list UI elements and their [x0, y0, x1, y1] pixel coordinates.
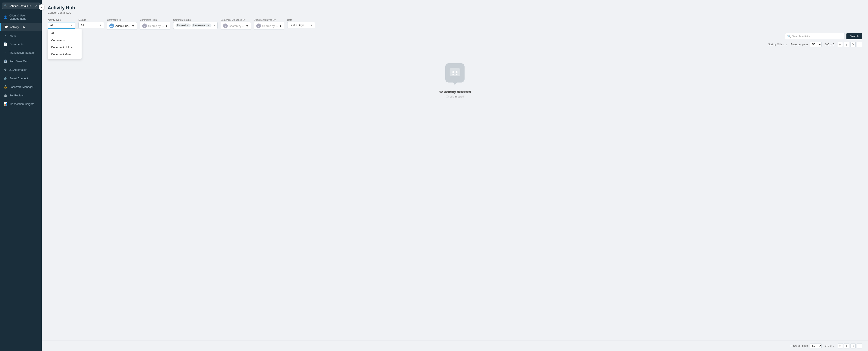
svg-point-2 [456, 71, 458, 73]
nav-icon: 📊 [3, 102, 7, 106]
sidebar-search[interactable]: 🔍 ✕ [2, 3, 39, 9]
activity-type-value: All [50, 24, 53, 27]
comments-from-placeholder: Search by ... [148, 24, 164, 28]
avatar: U [256, 24, 261, 28]
last-page-button[interactable]: ⟩⟩ [857, 42, 862, 47]
nav-icon: 📄 [3, 42, 7, 46]
comments-from-label: Comments From [140, 19, 170, 21]
sidebar-item-label: Password Manager [9, 85, 33, 88]
first-page-button[interactable]: ⟨⟨ [838, 42, 843, 47]
comment-status-label: Comment Status [173, 19, 218, 21]
empty-state-icon [445, 63, 465, 83]
sidebar-item-client-user-management[interactable]: 👤 Client & User Management [0, 11, 42, 23]
bottom-prev-page-button[interactable]: ❮ [844, 343, 849, 348]
table-controls: Sort by Oldest ⇅ Rows per page: 50 100 2… [48, 42, 862, 47]
bottom-pagination-controls: ⟨⟨ ❮ ❯ ⟩⟩ [838, 343, 862, 348]
search-row: 🔍 Search [48, 33, 862, 39]
sidebar-item-transaction-insights[interactable]: 📊 Transaction Insights [0, 99, 42, 108]
sidebar-item-auto-bank-rec[interactable]: 🏦 Auto Bank Rec [0, 57, 42, 65]
bottom-next-page-button[interactable]: ❯ [850, 343, 856, 348]
sidebar-item-bot-review[interactable]: 🤖 Bot Review [0, 91, 42, 99]
sidebar-item-password-manager[interactable]: 🔒 Password Manager [0, 83, 42, 91]
bottom-controls: Rows per page: 50 100 250 0–0 of 0 ⟨⟨ ❮ … [42, 341, 868, 351]
search-input[interactable] [792, 35, 842, 38]
sidebar-item-label: Documents [9, 42, 24, 46]
sidebar-item-label: Transaction Manager [9, 51, 35, 54]
date-select[interactable]: Last 7 Days ▼ [287, 22, 315, 28]
sidebar-search-input[interactable] [8, 4, 34, 7]
sort-icon: ⇅ [785, 43, 787, 46]
dropdown-item[interactable]: Comments [48, 37, 82, 44]
sidebar-item-work[interactable]: ≡ Work [0, 31, 42, 40]
dropdown-item[interactable]: Document Move [48, 51, 82, 58]
main-panel: Activity Hub Gentler Dental LLC Activity… [42, 0, 868, 351]
nav-icon: ⚙ [3, 68, 7, 71]
doc-uploaded-by-filter: Document Uploaded By U Search by ... ▼ [221, 19, 251, 30]
rows-per-page-select[interactable]: 50 100 250 [810, 42, 822, 47]
search-icon: 🔍 [787, 35, 791, 38]
nav-icon: 💬 [4, 25, 8, 29]
sidebar-item-label: JE Automation [9, 68, 27, 71]
chevron-down-icon: ▲ [71, 24, 73, 27]
empty-state-title: No activity detected [439, 90, 471, 94]
dropdown-item[interactable]: All [48, 30, 82, 37]
module-filter: Module All ▼ [79, 19, 104, 28]
nav-icon: 🤖 [3, 93, 7, 97]
nav-icon: 🔗 [3, 76, 7, 80]
sidebar-item-smart-connect[interactable]: 🔗 Smart Connect [0, 74, 42, 83]
page-info: 0–0 of 0 [825, 43, 834, 46]
sidebar-collapse-button[interactable]: ❮ [39, 4, 44, 10]
sidebar-item-transaction-manager[interactable]: ↔ Transaction Manager [0, 48, 42, 57]
dropdown-item[interactable]: Document Upload [48, 44, 82, 51]
sidebar-item-activity-hub[interactable]: 💬 Activity Hub [0, 23, 42, 31]
remove-unread-button[interactable]: ✕ [186, 24, 189, 27]
module-label: Module [79, 19, 104, 21]
nav-icon: ≡ [3, 34, 7, 37]
chevron-down-icon[interactable]: ▼ [213, 24, 215, 27]
sidebar-item-label: Smart Connect [9, 77, 28, 80]
sort-control[interactable]: Sort by Oldest ⇅ [768, 43, 787, 46]
sidebar-item-je-automation[interactable]: ⚙ JE Automation [0, 65, 42, 74]
doc-moved-by-filter: Document Moved By U Search by ... ▼ [254, 19, 284, 30]
nav-icon: 🔒 [3, 85, 7, 89]
chevron-down-icon: ▼ [246, 24, 249, 28]
sidebar-item-label: Transaction Insights [9, 103, 34, 106]
sidebar-item-documents[interactable]: 📄 Documents [0, 40, 42, 48]
chevron-down-icon: ▼ [311, 24, 313, 26]
bottom-first-page-button[interactable]: ⟨⟨ [838, 343, 843, 348]
comment-status-select[interactable]: Unread ✕ Unresolved ✕ ▼ [173, 22, 218, 29]
remove-unresolved-button[interactable]: ✕ [207, 24, 210, 27]
doc-moved-by-label: Document Moved By [254, 19, 284, 21]
module-select[interactable]: All ▼ [79, 22, 104, 28]
close-icon[interactable]: ✕ [35, 4, 38, 7]
sidebar-nav: 👤 Client & User Management 💬 Activity Hu… [0, 11, 42, 351]
status-tag-unresolved: Unresolved ✕ [192, 24, 212, 27]
activity-type-filter: Activity Type All ▲ AllCommentsDocument … [48, 19, 75, 29]
activity-type-dropdown: AllCommentsDocument UploadDocument Move [48, 29, 82, 59]
comments-from-select[interactable]: U Search by ... ▼ [140, 22, 170, 30]
rows-per-page-control: Rows per page: 50 100 250 [791, 42, 822, 47]
avatar: U [223, 24, 228, 28]
main-content: Activity Hub Gentler Dental LLC Activity… [42, 0, 868, 341]
chevron-down-icon: ▼ [165, 24, 168, 28]
comments-to-filter: Comments To AE Adam Eric... ▼ [107, 19, 137, 30]
comments-to-value: Adam Eric... [115, 24, 130, 28]
comments-to-label: Comments To [107, 19, 137, 21]
next-page-button[interactable]: ❯ [850, 42, 856, 47]
page-header: Activity Hub Gentler Dental LLC [48, 5, 862, 14]
status-tag-unread: Unread ✕ [176, 24, 191, 27]
bottom-rows-per-page-select[interactable]: 50 100 250 [810, 344, 822, 348]
activity-type-label: Activity Type [48, 19, 75, 21]
prev-page-button[interactable]: ❮ [844, 42, 849, 47]
doc-uploaded-by-select[interactable]: U Search by ... ▼ [221, 22, 251, 30]
comments-to-select[interactable]: AE Adam Eric... ▼ [107, 22, 137, 30]
svg-point-1 [453, 71, 454, 73]
doc-moved-by-select[interactable]: U Search by ... ▼ [254, 22, 284, 30]
bottom-last-page-button[interactable]: ⟩⟩ [857, 343, 862, 348]
activity-type-select[interactable]: All ▲ [48, 22, 75, 29]
pagination-controls: ⟨⟨ ❮ ❯ ⟩⟩ [838, 42, 862, 47]
chevron-down-icon: ▼ [279, 24, 282, 28]
sidebar-item-label: Work [9, 34, 16, 37]
search-button[interactable]: Search [846, 33, 862, 39]
doc-uploaded-by-label: Document Uploaded By [221, 19, 251, 21]
